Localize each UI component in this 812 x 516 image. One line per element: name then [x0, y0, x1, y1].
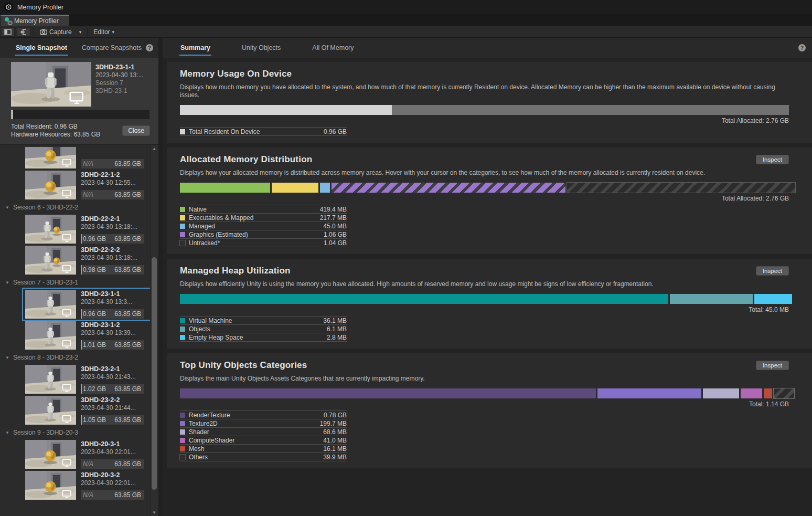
tab-summary[interactable]: Summary [173, 38, 218, 58]
snapshot-name: 3DHD-23-2-1 [81, 365, 144, 373]
capture-button[interactable]: Capture ▾ [37, 27, 84, 37]
snapshot-total-value: 63.85 GB [114, 385, 141, 393]
legend-row[interactable]: Total Resident On Device 0.96 GB [180, 127, 347, 135]
capture-dropdown-caret[interactable]: ▾ [79, 29, 82, 35]
bar-segment[interactable] [754, 294, 792, 304]
bar-total-label: Total Allocated: 2.76 GB [180, 195, 789, 202]
legend-row[interactable]: Virtual Machine 36.1 MB [180, 316, 347, 324]
snapshot-list-item[interactable]: 3DHD-22-2-1 2023-04-30 13:18:... 0.96 GB… [25, 215, 150, 244]
legend-label: Objects [189, 325, 210, 333]
snapshot-memory-row: N/A 63.85 GB [81, 459, 144, 469]
snapshot-total-value: 63.85 GB [114, 460, 141, 468]
bar-segment[interactable] [332, 183, 565, 193]
bar-segment[interactable] [392, 105, 789, 115]
inspect-button[interactable]: Inspect [756, 266, 789, 276]
snapshot-memory-row: N/A 63.85 GB [81, 159, 144, 169]
collapse-triangle-icon[interactable]: ▼ [5, 430, 9, 435]
snapshot-list-item[interactable]: 2023-04-30 12:54... N/A 63.85 GB [25, 147, 150, 169]
open-snapshot-memory-bar [11, 110, 149, 119]
legend-row[interactable]: Objects 6.1 MB [180, 324, 347, 333]
tab-single-snapshot[interactable]: Single Snapshot [8, 38, 74, 58]
snapshot-list-item[interactable]: 3DHD-22-1-2 2023-04-30 12:55... N/A 63.8… [25, 171, 150, 199]
snapshot-total-value: 63.85 GB [114, 191, 141, 198]
snapshot-list-item[interactable]: 3DHD-23-2-1 2023-04-30 21:43... 1.02 GB … [25, 365, 150, 394]
main-tabs: Summary Unity Objects All Of Memory ? [163, 38, 812, 58]
snapshot-thumbnail [25, 365, 76, 394]
section-title: Memory Usage On Device [180, 69, 292, 79]
tab-compare-snapshots[interactable]: Compare Snapshots [74, 38, 149, 58]
legend-label: Empty Heap Space [189, 334, 243, 341]
total-resident-text: Total Resident: 0.96 GB [11, 123, 100, 131]
session-header[interactable]: ▼ Session 7 - 3DHD-23-1 [0, 277, 150, 288]
sidebar-help-icon[interactable]: ? [146, 44, 153, 51]
bar-segment[interactable] [567, 183, 795, 193]
tab-all-of-memory[interactable]: All Of Memory [305, 38, 361, 58]
legend-row[interactable]: Others 39.9 MB [180, 452, 347, 461]
collapse-triangle-icon[interactable]: ▼ [5, 355, 9, 360]
section-managed-heap-utilization: Managed Heap Utilization Inspect Display… [167, 259, 812, 349]
main-help-icon[interactable]: ? [798, 44, 806, 51]
editor-dropdown[interactable]: Editor ▾ [91, 27, 117, 37]
legend-row[interactable]: Texture2D 199.7 MB [180, 419, 347, 427]
legend-row[interactable]: Managed 45.0 MB [180, 222, 347, 230]
bar-segment[interactable] [180, 388, 596, 398]
panel-layout-toggle-button[interactable] [1, 27, 15, 37]
snapshot-list-item[interactable]: 3DHD-20-3-1 2023-04-30 22:01... N/A 63.8… [25, 440, 150, 469]
bar-segment[interactable] [703, 388, 739, 398]
sidebar-main-divider[interactable] [158, 38, 163, 516]
snapshot-date: 2023-04-30 21:44... [81, 404, 144, 412]
snapshot-thumbnail [25, 215, 76, 244]
session-header[interactable]: ▼ Session 6 - 3DHD-22-2 [0, 202, 150, 213]
tab-unity-objects[interactable]: Unity Objects [234, 38, 288, 58]
snapshot-list-item[interactable]: 3DHD-23-1-1 2023-04-30 13:3... 0.96 GB 6… [25, 290, 150, 319]
memory-bar [180, 294, 789, 304]
legend-row[interactable]: Empty Heap Space 2.8 MB [180, 333, 347, 341]
legend-row[interactable]: RenderTexture 0.78 GB [180, 410, 347, 419]
bar-segment[interactable] [272, 183, 318, 193]
bar-segment[interactable] [670, 294, 753, 304]
legend-row[interactable]: ComputeShader 41.0 MB [180, 436, 347, 444]
scroll-up-arrow[interactable]: ▲ [152, 145, 156, 152]
scrollbar-thumb[interactable] [152, 257, 157, 490]
legend-row[interactable]: Shader 68.6 MB [180, 427, 347, 436]
import-snapshot-button[interactable] [17, 27, 30, 37]
legend-row[interactable]: Native 419.4 MB [180, 205, 347, 213]
bar-segment[interactable] [741, 388, 762, 398]
inspect-button[interactable]: Inspect [756, 155, 789, 164]
snapshot-list-item[interactable]: 3DHD-22-2-2 2023-04-30 13:18:... 0.98 GB… [25, 246, 150, 275]
snapshot-resident-value: 0.96 GB [83, 235, 106, 243]
legend-swatch [180, 455, 185, 460]
legend-row[interactable]: Executables & Mapped 217.7 MB [180, 213, 347, 222]
legend-row[interactable]: Graphics (Estimated) 1.06 GB [180, 230, 347, 238]
snapshot-list-item[interactable]: 3DHD-20-3-2 2023-04-30 22:01... N/A 63.8… [25, 471, 150, 500]
bar-segment[interactable] [180, 183, 270, 193]
snapshot-list-item[interactable]: 3DHD-23-1-2 2023-04-30 13:39... 1.01 GB … [25, 321, 150, 350]
legend-label: Total Resident On Device [189, 128, 260, 135]
legend-row[interactable]: Untracked* 1.04 GB [180, 238, 347, 247]
snapshot-resident-value: 1.01 GB [83, 341, 106, 349]
legend-swatch [180, 232, 185, 237]
bar-segment[interactable] [320, 183, 330, 193]
collapse-triangle-icon[interactable]: ▼ [5, 280, 9, 285]
close-button[interactable]: Close [122, 125, 150, 136]
legend-row[interactable]: Mesh 16.1 MB [180, 444, 347, 452]
window-title: Memory Profiler [17, 4, 63, 11]
collapse-triangle-icon[interactable]: ▼ [5, 205, 9, 210]
snapshot-thumbnail [25, 396, 76, 425]
bar-segment[interactable] [180, 294, 668, 304]
memory-bar [180, 105, 789, 115]
snapshot-resident-value: N/A [83, 460, 93, 468]
tab-memory-profiler[interactable]: ⚙ Memory Profiler [1, 15, 69, 26]
inspect-button[interactable]: Inspect [756, 361, 789, 370]
session-header[interactable]: ▼ Session 8 - 3DHD-23-2 [0, 352, 150, 363]
sidebar-scrollbar[interactable]: ▲ ▼ [150, 145, 158, 516]
bar-segment[interactable] [774, 388, 794, 398]
section-allocated-memory-distribution: Allocated Memory Distribution Inspect Di… [167, 148, 812, 254]
open-snapshot-session: Session 7 [95, 79, 143, 87]
bar-segment[interactable] [597, 388, 702, 398]
snapshot-list-item[interactable]: 3DHD-23-2-2 2023-04-30 21:44... 1.05 GB … [25, 396, 150, 425]
bar-segment[interactable] [180, 105, 392, 115]
scroll-down-arrow[interactable]: ▼ [152, 509, 156, 516]
bar-segment[interactable] [764, 388, 772, 398]
session-header[interactable]: ▼ Session 9 - 3DHD-20-3 [0, 427, 150, 438]
